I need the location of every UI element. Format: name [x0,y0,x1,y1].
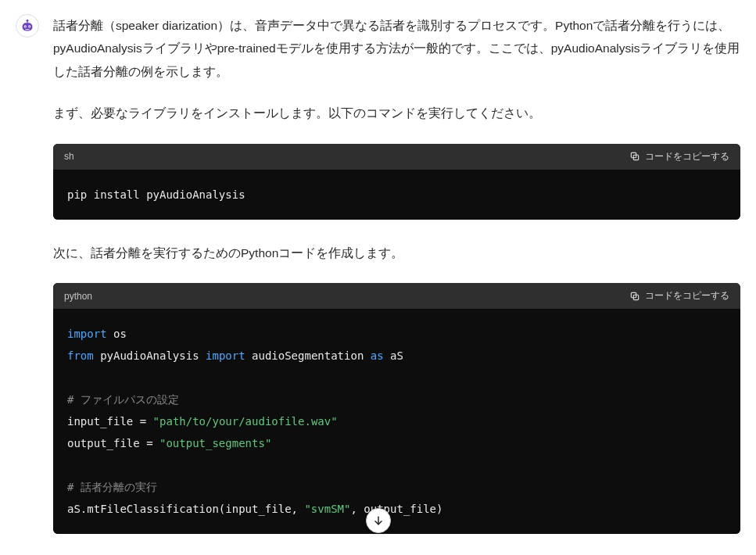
tok: audioSegmentation [252,349,364,362]
tok: # 話者分離の実行 [67,481,157,493]
assistant-message: 話者分離（speaker diarization）は、音声データ中で異なる話者を… [0,0,756,555]
code-block-sh: sh コードをコピーする pip install pyAudioAnalysis [53,144,740,220]
copy-code-button[interactable]: コードをコピーする [629,150,729,163]
svg-rect-1 [27,22,27,23]
copy-label: コードをコピーする [645,289,729,303]
assistant-avatar [16,14,39,38]
tok: = [133,415,152,428]
code-header: sh コードをコピーする [53,144,740,170]
code-lang-label: python [64,291,92,302]
tok: = [140,437,159,449]
tok: "path/to/your/audiofile.wav" [153,415,338,428]
tok: # ファイルパスの設定 [67,393,179,406]
tok: as [371,349,384,362]
tok: "output_segments" [159,437,271,449]
tok: os [113,328,127,340]
tok: , output_file) [350,503,442,515]
tok: aS.mtFileClassification(input_file, [67,503,304,515]
tok: input_file [67,415,133,428]
svg-point-6 [29,26,30,27]
tok: aS [390,349,403,362]
code-header: python コードをコピーする [53,283,740,309]
code-body-sh[interactable]: pip install pyAudioAnalysis [53,170,740,220]
paragraph-install: まず、必要なライブラリをインストールします。以下のコマンドを実行してください。 [53,102,740,124]
copy-icon [629,151,640,162]
svg-rect-7 [25,29,30,30]
copy-code-button[interactable]: コードをコピーする [629,289,729,303]
tok: output_file [67,437,140,449]
code-text: pip install pyAudioAnalysis [67,188,245,201]
code-lang-label: sh [64,151,74,162]
tok: from [67,349,94,362]
arrow-down-icon [372,514,385,527]
copy-label: コードをコピーする [645,150,729,163]
paragraph-next: 次に、話者分離を実行するためのPythonコードを作成します。 [53,242,740,264]
code-block-python: python コードをコピーする import os from pyAudioA… [53,283,740,534]
scroll-to-bottom-button[interactable] [366,508,391,533]
copy-icon [629,291,640,302]
tok: pyAudioAnalysis [100,349,199,362]
message-content: 話者分離（speaker diarization）は、音声データ中で異なる話者を… [53,14,740,555]
svg-point-5 [25,26,26,27]
code-body-python[interactable]: import os from pyAudioAnalysis import au… [53,309,740,534]
robot-assistant-icon [19,17,36,34]
tok: import [67,328,107,340]
paragraph-intro: 話者分離（speaker diarization）は、音声データ中で異なる話者を… [53,14,740,83]
tok: import [206,349,245,362]
tok: "svmSM" [304,503,350,515]
